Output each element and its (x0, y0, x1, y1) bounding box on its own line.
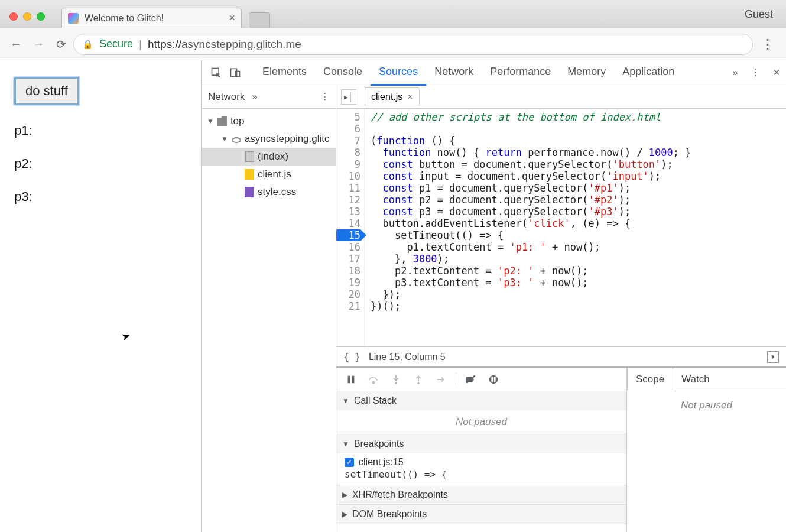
minimize-window-button[interactable] (23, 12, 31, 21)
maximize-window-button[interactable] (37, 12, 45, 21)
pretty-print-icon[interactable]: { } (343, 351, 360, 362)
devtools-tab-application[interactable]: Application (614, 60, 683, 86)
tree-top[interactable]: ▼top (202, 112, 336, 130)
secure-label: Secure (99, 38, 133, 50)
favicon-icon (68, 13, 79, 24)
dom-breakpoints-header[interactable]: ▶DOM Breakpoints (336, 505, 626, 524)
scope-watch-tabs: Scope Watch (627, 368, 786, 391)
omnibar: ← → ⟳ 🔒 Secure | https://asyncstepping.g… (0, 28, 786, 60)
debugger-toolbar (336, 368, 626, 391)
close-source-tab-icon[interactable]: × (407, 92, 413, 102)
scope-tab[interactable]: Scope (627, 368, 673, 391)
svg-point-7 (417, 382, 420, 384)
devtools-tab-console[interactable]: Console (315, 60, 371, 86)
step-out-button[interactable] (408, 371, 428, 388)
deactivate-breakpoints-button[interactable] (461, 371, 481, 388)
close-tab-icon[interactable]: × (229, 12, 235, 24)
browser-tab[interactable]: Welcome to Glitch! × (61, 8, 242, 28)
call-stack-section: ▼Call Stack Not paused (336, 391, 626, 434)
url-text: https://asyncstepping.glitch.me (148, 38, 301, 51)
step-button[interactable] (431, 371, 451, 388)
file-tree-item[interactable]: style.css (202, 183, 336, 201)
tree-domain[interactable]: ▼asyncstepping.glitc (202, 130, 336, 148)
device-toggle-icon[interactable] (227, 64, 243, 81)
devtools-tabstrip: ElementsConsoleSourcesNetworkPerformance… (202, 60, 786, 85)
toggle-navigator-icon[interactable]: ▸│ (341, 89, 356, 105)
source-tab-clientjs[interactable]: client.js × (365, 87, 420, 106)
forward-button[interactable]: → (28, 34, 48, 54)
close-window-button[interactable] (9, 12, 18, 21)
breakpoint-item[interactable]: ✓ client.js:15 (336, 453, 626, 469)
devtools-tab-network[interactable]: Network (426, 60, 482, 86)
source-pane: ▸│ client.js × 5678910111213141516171819… (336, 85, 786, 366)
svg-rect-11 (494, 377, 496, 382)
tab-strip: Welcome to Glitch! × (61, 0, 745, 28)
svg-rect-4 (352, 375, 355, 383)
reload-button[interactable]: ⟳ (51, 34, 71, 54)
editor-statusbar: { } Line 15, Column 5 ▾ (336, 346, 786, 366)
navigator-tabstrip: Network » ⋮ (202, 85, 336, 109)
navigator-pane: Network » ⋮ ▼top ▼asyncstepping.glitc (i… (202, 85, 336, 532)
more-tabs-icon[interactable]: » (732, 67, 738, 78)
file-tree-item[interactable]: (index) (202, 148, 336, 166)
cursor-position: Line 15, Column 5 (369, 352, 446, 362)
navigator-more-icon[interactable]: » (252, 91, 257, 103)
close-devtools-icon[interactable]: × (773, 66, 780, 79)
svg-rect-3 (348, 375, 350, 383)
devtools-tab-memory[interactable]: Memory (559, 60, 614, 86)
browser-titlebar: Welcome to Glitch! × Guest (0, 0, 786, 28)
call-stack-not-paused: Not paused (336, 410, 626, 434)
traffic-lights (0, 12, 45, 28)
breakpoints-section: ▼Breakpoints ✓ client.js:15 setTimeout((… (336, 434, 626, 485)
devtools-tab-sources[interactable]: Sources (371, 60, 426, 86)
pause-on-exceptions-button[interactable] (483, 371, 504, 388)
breakpoint-code-preview: setTimeout(() => { (336, 469, 626, 485)
p1-label: p1: (14, 123, 187, 138)
devtools-tab-elements[interactable]: Elements (254, 60, 315, 86)
p2-label: p2: (14, 156, 187, 171)
p3-label: p3: (14, 189, 187, 205)
breakpoint-checkbox[interactable]: ✓ (345, 458, 354, 467)
debugger-drawer: ▼Call Stack Not paused ▼Breakpoints ✓ cl… (336, 366, 786, 532)
devtools-tab-performance[interactable]: Performance (482, 60, 559, 86)
breakpoints-header[interactable]: ▼Breakpoints (336, 434, 626, 453)
back-button[interactable]: ← (6, 34, 26, 54)
address-bar[interactable]: 🔒 Secure | https://asyncstepping.glitch.… (73, 34, 753, 55)
svg-point-9 (489, 375, 498, 383)
svg-point-6 (395, 382, 397, 384)
call-stack-header[interactable]: ▼Call Stack (336, 391, 626, 410)
page-content: do stuff p1: p2: p3: ➤ (0, 60, 202, 532)
tab-title: Welcome to Glitch! (85, 13, 164, 24)
file-tree: ▼top ▼asyncstepping.glitc (index)client.… (202, 109, 336, 205)
scope-not-paused: Not paused (627, 391, 786, 420)
browser-menu-button[interactable]: ⋮ (755, 37, 780, 52)
step-into-button[interactable] (386, 371, 406, 388)
cursor-icon: ➤ (119, 329, 132, 344)
svg-rect-10 (491, 377, 493, 382)
watch-tab[interactable]: Watch (673, 368, 718, 391)
do-stuff-button[interactable]: do stuff (14, 77, 79, 105)
xhr-breakpoints-header[interactable]: ▶XHR/fetch Breakpoints (336, 485, 626, 504)
navigator-menu-icon[interactable]: ⋮ (320, 90, 330, 103)
statusbar-dropdown-icon[interactable]: ▾ (767, 351, 779, 363)
lock-icon: 🔒 (82, 39, 93, 50)
navigator-tab-network[interactable]: Network (208, 91, 245, 103)
devtools: ElementsConsoleSourcesNetworkPerformance… (202, 60, 786, 532)
svg-point-5 (372, 381, 374, 383)
pause-button[interactable] (341, 371, 361, 388)
file-tree-item[interactable]: client.js (202, 166, 336, 183)
new-tab-button[interactable] (249, 12, 270, 28)
step-over-button[interactable] (363, 371, 384, 388)
source-tabstrip: ▸│ client.js × (336, 85, 786, 109)
code-editor[interactable]: 56789101112131415161718192021 // add oth… (336, 109, 786, 346)
devtools-menu-icon[interactable]: ⋮ (751, 67, 760, 78)
profile-label[interactable]: Guest (745, 8, 786, 28)
inspect-icon[interactable] (208, 64, 225, 81)
